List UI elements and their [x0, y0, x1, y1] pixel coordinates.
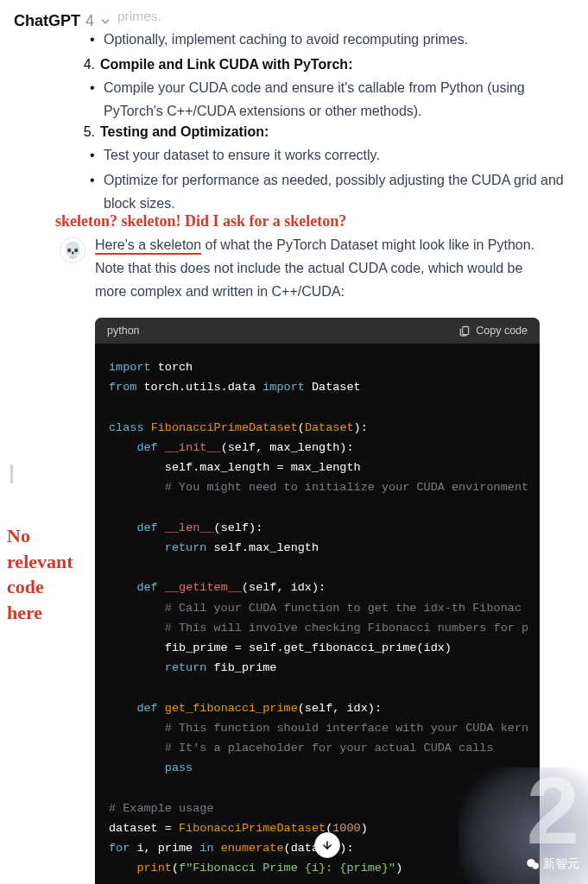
skull-avatar: 💀 [60, 238, 85, 262]
scrollbar-indicator[interactable] [10, 464, 13, 483]
watermark-label: 新智元 [526, 856, 579, 872]
bullet-item: Compile your CUDA code and ensure it's c… [104, 76, 579, 123]
scroll-down-button[interactable] [314, 832, 340, 858]
step-title: Testing and Optimization: [100, 124, 269, 140]
bullet-item: Test your dataset to ensure it works cor… [104, 143, 579, 167]
bullet-item: Optimize for performance as needed, poss… [104, 168, 579, 215]
svg-point-3 [533, 862, 539, 868]
copy-code-button[interactable]: Copy code [458, 325, 528, 337]
list-item: 5. Testing and Optimization: [78, 124, 579, 140]
handwritten-annotation-left: No relevant code here [7, 523, 73, 626]
assistant-paragraph: Here's a skeleton of what the PyTorch Da… [95, 233, 544, 304]
arrow-down-icon [321, 839, 333, 851]
list-item: 4. Compile and Link CUDA with PyTorch: [78, 57, 579, 73]
faded-prev-bullet: Optionally, implement caching to avoid r… [104, 28, 579, 51]
step-title: Compile and Link CUDA with PyTorch: [100, 57, 352, 73]
underlined-text: Here's a skeleton [95, 237, 201, 255]
handwritten-annotation-top: skeleton? skeleton! Did I ask for a skel… [55, 212, 346, 230]
wechat-icon [526, 857, 540, 871]
model-name: ChatGPT [14, 12, 80, 30]
svg-rect-0 [463, 326, 469, 334]
faded-prev-line: primes. [78, 5, 579, 28]
copy-code-label: Copy code [476, 325, 528, 337]
code-lang-label: python [107, 325, 140, 337]
step-number: 4. [78, 57, 95, 73]
watermark-badge: 2 新智元 [458, 767, 588, 884]
assistant-message: primes. Optionally, implement caching to… [78, 0, 579, 217]
code-header: python Copy code [95, 318, 540, 344]
clipboard-icon [458, 325, 471, 337]
watermark-number: 2 [527, 755, 579, 865]
step-number: 5. [78, 124, 95, 140]
skull-icon: 💀 [63, 241, 82, 260]
